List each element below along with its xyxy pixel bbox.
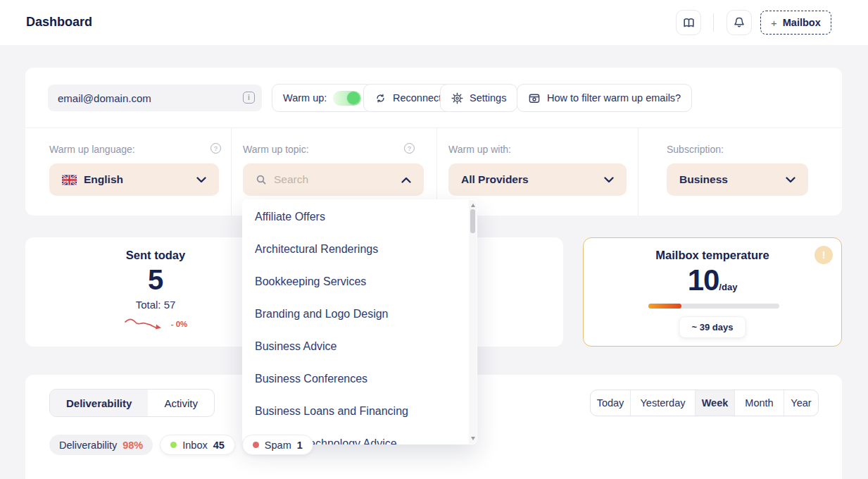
- temperature-unit: /day: [719, 282, 737, 292]
- settings-button[interactable]: Settings: [440, 84, 517, 112]
- topic-dropdown: Affiliate Offers Architectural Rendering…: [242, 199, 477, 444]
- tab-activity[interactable]: Activity: [148, 390, 214, 416]
- reconnect-label: Reconnect: [393, 92, 441, 104]
- spam-badge-label: Spam: [265, 440, 291, 451]
- tab-deliverability[interactable]: Deliverability: [50, 390, 148, 416]
- range-month[interactable]: Month: [734, 390, 784, 416]
- topic-option[interactable]: Affiliate Offers: [242, 201, 477, 233]
- temperature-duration-chip: ~ 39 days: [679, 316, 746, 338]
- inbox-badge-label: Inbox: [182, 440, 207, 451]
- chevron-down-icon: [196, 177, 206, 183]
- add-mailbox-button[interactable]: + Mailbox: [760, 11, 831, 35]
- header-divider: [713, 13, 714, 32]
- subscription-select[interactable]: Business: [667, 163, 808, 196]
- dashboard-page: Dashboard + Mailbox i Warm up:: [0, 0, 868, 479]
- dropdown-scrollbar[interactable]: [469, 200, 477, 444]
- language-select[interactable]: English: [49, 163, 219, 196]
- topic-label: Warm up topic:: [243, 144, 309, 155]
- provider-value: All Providers: [461, 173, 529, 186]
- provider-label: Warm up with:: [448, 144, 511, 155]
- inbox-badge-value: 45: [213, 440, 225, 451]
- date-range-selector: Today Yesterday Week Month Year: [590, 390, 819, 416]
- warning-icon[interactable]: !: [814, 246, 833, 264]
- plus-icon: +: [771, 17, 777, 29]
- mailbox-settings-card: i Warm up: Reconnect Settings: [25, 68, 842, 216]
- bell-icon: [733, 16, 746, 29]
- sparkline-icon: [124, 316, 168, 332]
- sent-today-stat: Sent today 5 Total: 57 - 0%: [50, 237, 261, 347]
- filter-help-label: How to filter warm up emails?: [547, 92, 681, 104]
- language-label: Warm up language:: [49, 144, 135, 155]
- deliverability-badge: Deliverability 98%: [49, 435, 153, 455]
- sent-today-title: Sent today: [50, 249, 261, 262]
- temperature-title: Mailbox temperature: [584, 249, 841, 262]
- help-icon[interactable]: ?: [210, 143, 221, 154]
- chevron-down-icon: [604, 177, 614, 183]
- email-field-wrap: i: [48, 85, 262, 111]
- green-dot-icon: [170, 442, 177, 448]
- deliverability-badge-value: 98%: [122, 440, 143, 451]
- chevron-up-icon: [401, 177, 411, 183]
- topic-search-input[interactable]: [274, 173, 379, 186]
- trend-row: - 0%: [50, 316, 261, 332]
- page-title: Dashboard: [26, 15, 92, 30]
- toggle-knob: [347, 92, 360, 104]
- notifications-button[interactable]: [727, 10, 752, 35]
- report-tabs: Deliverability Activity: [49, 389, 215, 417]
- email-field[interactable]: [48, 85, 262, 111]
- temperature-value: 10: [688, 263, 719, 297]
- search-icon: [256, 174, 267, 185]
- info-icon[interactable]: i: [243, 92, 255, 104]
- video-camera-icon: [528, 92, 541, 104]
- range-year[interactable]: Year: [784, 390, 818, 416]
- language-column: Warm up language: ? English: [25, 128, 231, 216]
- sent-today-value: 5: [50, 264, 261, 296]
- subscription-value: Business: [679, 173, 728, 186]
- help-icon[interactable]: ?: [404, 143, 415, 154]
- spam-badge: Spam 1: [242, 435, 313, 455]
- uk-flag-icon: [62, 175, 77, 185]
- book-icon: [682, 16, 696, 30]
- topic-option[interactable]: Architectural Renderings: [242, 233, 477, 266]
- mailbox-temperature-card: Mailbox temperature ! 10/day ~ 39 days: [583, 237, 842, 347]
- temperature-progress-track: [648, 304, 779, 309]
- topic-option[interactable]: Business Conferences: [242, 363, 477, 395]
- red-dot-icon: [253, 442, 259, 448]
- range-week[interactable]: Week: [695, 390, 734, 416]
- language-value: English: [84, 173, 123, 186]
- refresh-icon: [375, 92, 386, 104]
- provider-select[interactable]: All Providers: [448, 163, 627, 196]
- warmup-toggle[interactable]: [333, 91, 361, 106]
- subscription-label: Subscription:: [667, 144, 724, 155]
- range-today[interactable]: Today: [591, 390, 630, 416]
- add-mailbox-label: Mailbox: [783, 17, 821, 28]
- spam-badge-value: 1: [297, 440, 303, 451]
- temperature-value-row: 10/day: [584, 263, 841, 297]
- topic-select[interactable]: [243, 163, 424, 196]
- range-yesterday[interactable]: Yesterday: [630, 390, 695, 416]
- topic-option[interactable]: Bookkeeping Services: [242, 266, 477, 298]
- warmup-label: Warm up:: [283, 92, 327, 104]
- subscription-column: Subscription: Business: [638, 128, 842, 216]
- top-header: Dashboard + Mailbox: [0, 0, 868, 45]
- topic-option[interactable]: Branding and Logo Design: [242, 298, 477, 330]
- chevron-down-icon: [786, 177, 795, 183]
- docs-button[interactable]: [676, 10, 701, 35]
- topic-dropdown-list: Affiliate Offers Architectural Rendering…: [242, 199, 477, 444]
- scroll-down-icon[interactable]: [471, 437, 475, 440]
- gear-icon: [451, 92, 463, 104]
- topic-option[interactable]: Business Loans and Financing: [242, 395, 477, 428]
- warmup-toggle-group: Warm up:: [272, 84, 372, 112]
- trend-value: - 0%: [171, 320, 188, 328]
- sent-today-total: Total: 57: [50, 299, 261, 311]
- scroll-up-icon[interactable]: [471, 204, 475, 207]
- deliverability-badge-label: Deliverability: [59, 440, 117, 451]
- inbox-badge: Inbox 45: [160, 435, 235, 455]
- topic-option[interactable]: Business Advice: [242, 330, 477, 363]
- scrollbar-thumb[interactable]: [470, 209, 475, 233]
- temperature-progress-fill: [648, 304, 681, 309]
- toolbar-row: i Warm up: Reconnect Settings: [25, 68, 842, 128]
- stats-badges: Deliverability 98% Inbox 45 Spam 1: [49, 435, 313, 455]
- filter-help-button[interactable]: How to filter warm up emails?: [517, 84, 692, 112]
- settings-label: Settings: [470, 92, 506, 104]
